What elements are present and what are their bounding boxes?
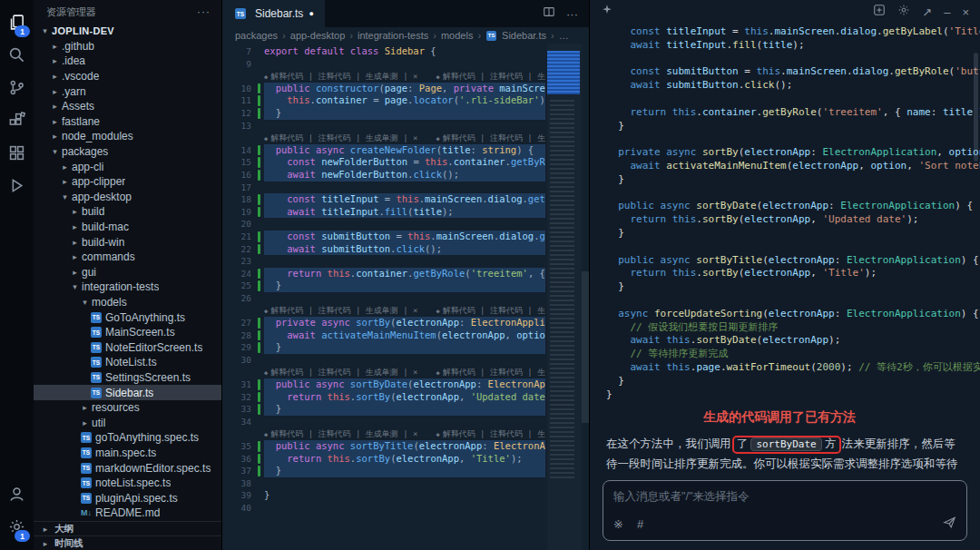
tree-folder-build-win[interactable]: ▸build-win (34, 234, 221, 250)
breadcrumb-tail[interactable]: … (559, 30, 569, 41)
ai-assistant-view-button[interactable] (0, 138, 34, 171)
breadcrumb-item[interactable]: packages (235, 30, 278, 41)
editor-scrollbar[interactable] (582, 44, 589, 550)
minimize-icon[interactable]: – (944, 6, 950, 18)
line-number: 33 (222, 403, 264, 416)
code-line: 16 await newFolderButton.click(); (222, 169, 545, 182)
quick-command-icon[interactable]: ※ (613, 517, 623, 531)
tree-file-main.spec.ts[interactable]: TSmain.spec.ts (34, 446, 221, 461)
chevron-right-icon: ▸ (69, 268, 81, 277)
close-panel-icon[interactable]: × (962, 6, 969, 18)
timeline-label: 时间线 (54, 537, 83, 550)
codelens-group[interactable]: ◆解释代码 | 注释代码 | 生成单测 | × (436, 72, 545, 81)
tree-file-goToAnything.spec.ts[interactable]: TSgoToAnything.spec.ts (34, 430, 221, 446)
tree-file-MainScreen.ts[interactable]: TSMainScreen.ts (34, 325, 221, 340)
typescript-file-icon: TS (235, 8, 246, 19)
tree-folder-Assets[interactable]: ▸Assets (34, 99, 221, 114)
accounts-button[interactable] (0, 479, 34, 512)
codelens-group[interactable]: ◆解释代码 | 注释代码 | 生成单测 | × (264, 72, 417, 81)
tree-folder-JOPLIN-DEV[interactable]: ▾JOPLIN-DEV (34, 24, 221, 39)
codelens-group[interactable]: ◆解释代码 | 注释代码 | 生成单测 | × (264, 368, 417, 377)
codelens-group[interactable]: ◆解释代码 | 注释代码 | 生成单测 | × (264, 133, 417, 142)
typescript-file-icon: TS (81, 432, 92, 443)
context-hash-icon[interactable]: # (637, 517, 643, 531)
tree-folder-gui[interactable]: ▸gui (34, 265, 221, 280)
editor-more-actions-icon[interactable]: ··· (566, 8, 578, 20)
settings-button[interactable]: 1 (0, 512, 34, 545)
codelens-row[interactable]: ◆解释代码 | 注释代码 | 生成单测 | ×◆解释代码 | 注释代码 | 生成… (222, 70, 545, 83)
tree-file-markdownEditor.spec.ts[interactable]: TSmarkdownEditor.spec.ts (34, 460, 221, 476)
tree-folder-build-mac[interactable]: ▸build-mac (34, 220, 221, 235)
tree-folder-.vscode[interactable]: ▸.vscode (34, 69, 221, 84)
explorer-view-button[interactable]: 1 (0, 7, 34, 40)
codelens-group[interactable]: ◆解释代码 | 注释代码 | 生成单测 | × (436, 429, 545, 438)
assistant-code-line: } (606, 388, 980, 402)
codelens-group[interactable]: ◆解释代码 | 注释代码 | 生成单测 | × (264, 306, 417, 315)
more-actions-icon[interactable]: ··· (197, 5, 211, 18)
tree-folder-integration-tests[interactable]: ▾integration-tests (34, 280, 221, 295)
tree-folder-commands[interactable]: ▸commands (34, 250, 221, 265)
tree-file-NoteList.ts[interactable]: TSNoteList.ts (34, 355, 221, 370)
code-line: 22 await submitButton.click(); (222, 243, 545, 256)
tab-sidebar-ts[interactable]: TS Sidebar.ts ● (222, 0, 325, 27)
tree-folder-app-desktop[interactable]: ▾app-desktop (34, 190, 221, 205)
send-icon[interactable] (943, 516, 956, 532)
extensions-view-button[interactable] (0, 105, 34, 138)
new-chat-icon[interactable] (873, 4, 886, 20)
tree-file-NoteEditorScreen.ts[interactable]: TSNoteEditorScreen.ts (34, 339, 221, 355)
codelens-group[interactable]: ◆解释代码 | 注释代码 | 生成单测 | × (436, 306, 545, 315)
codelens-group[interactable]: ◆解释代码 | 注释代码 | 生成单测 | × (264, 429, 417, 438)
chat-scroll-area[interactable]: const titleInput = this.mainScreen.dialo… (590, 24, 980, 475)
line-number: 10 (222, 83, 264, 95)
breadcrumb-item[interactable]: integration-tests (358, 30, 428, 41)
tree-folder-node_modules[interactable]: ▸node_modules (34, 129, 221, 144)
tree-folder-packages[interactable]: ▾packages (34, 144, 221, 160)
timeline-section[interactable]: ▸ 时间线 (34, 535, 221, 550)
minimap[interactable] (547, 44, 582, 550)
breadcrumb-item[interactable]: app-desktop (290, 30, 346, 41)
search-view-button[interactable] (0, 40, 34, 73)
panel-settings-gear-icon[interactable] (897, 4, 910, 20)
tree-file-SettingsScreen.ts[interactable]: TSSettingsScreen.ts (34, 370, 221, 386)
codelens-group[interactable]: ◆解释代码 | 注释代码 | 生成单测 | × (436, 133, 545, 142)
source-control-view-button[interactable] (0, 73, 34, 105)
tree-folder-build[interactable]: ▸build (34, 204, 221, 220)
tree-folder-.yarn[interactable]: ▸.yarn (34, 83, 221, 99)
tree-folder-fastlane[interactable]: ▸fastlane (34, 114, 221, 130)
tree-file-Sidebar.ts[interactable]: TSSidebar.ts (34, 385, 221, 400)
scrollbar-thumb[interactable] (582, 271, 589, 423)
codelens-row[interactable]: ◆解释代码 | 注释代码 | 生成单测 | ×◆解释代码 | 注释代码 | 生成… (222, 427, 545, 440)
tree-folder-models[interactable]: ▾models (34, 295, 221, 310)
tree-file-GoToAnything.ts[interactable]: TSGoToAnything.ts (34, 309, 221, 325)
codelens-group[interactable]: ◆解释代码 | 注释代码 | 生成单测 | × (436, 368, 545, 377)
tree-folder-util[interactable]: ▸util (34, 415, 221, 430)
tree-file-README.md[interactable]: M↓README.md (34, 506, 221, 521)
codelens-row[interactable]: ◆解释代码 | 注释代码 | 生成单测 | ×◆解释代码 | 注释代码 | 生成… (222, 304, 545, 317)
tree-folder-app-cli[interactable]: ▸app-cli (34, 159, 221, 174)
chat-input-box[interactable]: 输入消息或者"/"来选择指令 ※ # (603, 480, 967, 541)
assistant-code-line (606, 294, 980, 308)
codelens-row[interactable]: ◆解释代码 | 注释代码 | 生成单测 | ×◆解释代码 | 注释代码 | 生成… (222, 132, 545, 144)
tree-folder-.github[interactable]: ▸.github (34, 39, 221, 54)
split-editor-icon[interactable] (543, 5, 555, 22)
codelens-ext-icon: ◆ (264, 74, 268, 81)
line-number: 28 (222, 329, 264, 342)
run-debug-view-button[interactable] (0, 171, 34, 203)
share-icon[interactable]: ↗ (922, 6, 932, 18)
breadcrumb-item[interactable]: models (441, 30, 473, 41)
tree-item-label: node_modules (62, 130, 133, 142)
tree-item-label: MainScreen.ts (105, 326, 175, 339)
code-editor[interactable]: 7export default class Sidebar {9◆解释代码 | … (222, 44, 589, 550)
outline-section[interactable]: ▸ 大纲 (34, 521, 221, 535)
tree-item-label: Sidebar.ts (105, 387, 153, 399)
panel-scrollbar-thumb[interactable] (974, 53, 978, 162)
tree-file-noteList.spec.ts[interactable]: TSnoteList.spec.ts (34, 476, 221, 491)
breadcrumb-file[interactable]: Sidebar.ts (502, 30, 546, 41)
tree-item-label: .yarn (62, 85, 86, 98)
tree-item-label: app-clipper (72, 175, 125, 188)
tree-folder-.idea[interactable]: ▸.idea (34, 54, 221, 69)
tree-folder-resources[interactable]: ▸resources (34, 400, 221, 416)
codelens-row[interactable]: ◆解释代码 | 注释代码 | 生成单测 | ×◆解释代码 | 注释代码 | 生成… (222, 366, 545, 378)
tree-file-pluginApi.spec.ts[interactable]: TSpluginApi.spec.ts (34, 490, 221, 506)
tree-folder-app-clipper[interactable]: ▸app-clipper (34, 174, 221, 190)
